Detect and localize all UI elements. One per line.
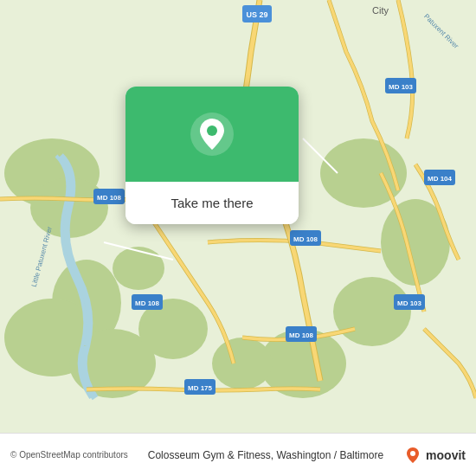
popup-card: Take me there — [125, 87, 299, 224]
svg-point-8 — [333, 277, 411, 346]
svg-text:MD 108: MD 108 — [97, 194, 122, 202]
svg-point-36 — [410, 451, 415, 456]
moovit-text: moovit — [426, 448, 466, 462]
svg-point-11 — [212, 338, 273, 389]
svg-text:MD 104: MD 104 — [428, 175, 453, 183]
svg-text:US 29: US 29 — [246, 10, 267, 19]
svg-point-12 — [113, 247, 164, 290]
svg-text:MD 108: MD 108 — [135, 299, 160, 307]
svg-text:MD 103: MD 103 — [397, 299, 422, 307]
svg-text:MD 103: MD 103 — [389, 83, 414, 91]
moovit-pin-icon — [403, 446, 422, 465]
location-pin-icon — [190, 112, 235, 157]
svg-text:City: City — [372, 5, 389, 16]
location-info: Colosseum Gym & Fitness, Washington / Ba… — [148, 449, 383, 461]
moovit-logo: moovit — [403, 446, 466, 465]
svg-point-35 — [207, 125, 217, 136]
svg-text:MD 108: MD 108 — [289, 331, 314, 339]
bottom-bar: © OpenStreetMap contributors Colosseum G… — [0, 433, 476, 476]
popup-green-top — [125, 87, 299, 182]
svg-text:MD 175: MD 175 — [188, 384, 213, 392]
attribution: © OpenStreetMap contributors — [10, 450, 128, 460]
svg-text:MD 108: MD 108 — [293, 235, 318, 243]
location-name: Colosseum Gym & Fitness, Washington / Ba… — [148, 449, 383, 461]
map-container: US 29 MD 108 MD 103 MD 103 MD 104 MD 108… — [0, 0, 476, 433]
take-me-there-button[interactable]: Take me there — [125, 182, 299, 224]
